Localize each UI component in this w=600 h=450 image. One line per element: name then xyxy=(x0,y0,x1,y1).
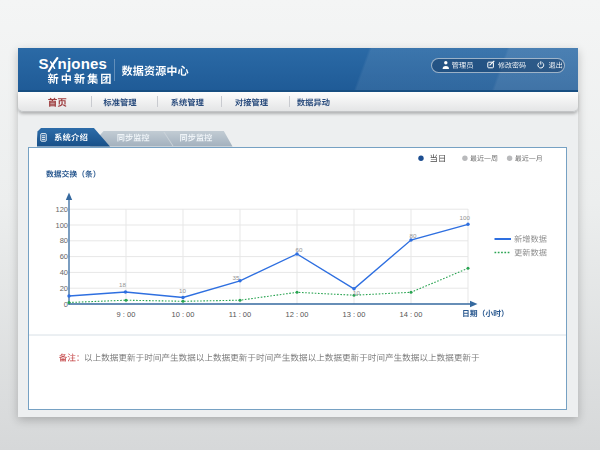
svg-text:60: 60 xyxy=(60,252,68,261)
svg-text:80: 80 xyxy=(60,236,68,245)
svg-text:18: 18 xyxy=(119,281,126,288)
svg-text:0: 0 xyxy=(64,300,68,309)
svg-text:80: 80 xyxy=(410,232,417,239)
svg-text:100: 100 xyxy=(460,214,471,221)
svg-text:14 : 00: 14 : 00 xyxy=(400,310,423,319)
svg-text:10: 10 xyxy=(353,289,360,296)
svg-text:120: 120 xyxy=(55,205,68,214)
svg-text:100: 100 xyxy=(55,221,68,230)
svg-text:40: 40 xyxy=(60,268,68,277)
svg-text:13 : 00: 13 : 00 xyxy=(343,310,366,319)
svg-text:35: 35 xyxy=(233,274,240,281)
svg-text:9 : 00: 9 : 00 xyxy=(117,310,136,319)
svg-text:10 : 00: 10 : 00 xyxy=(172,310,195,319)
svg-text:10: 10 xyxy=(179,287,186,294)
svg-text:12 : 00: 12 : 00 xyxy=(286,310,309,319)
svg-text:11 : 00: 11 : 00 xyxy=(229,310,251,319)
svg-text:60: 60 xyxy=(296,246,303,253)
svg-text:20: 20 xyxy=(60,284,68,293)
